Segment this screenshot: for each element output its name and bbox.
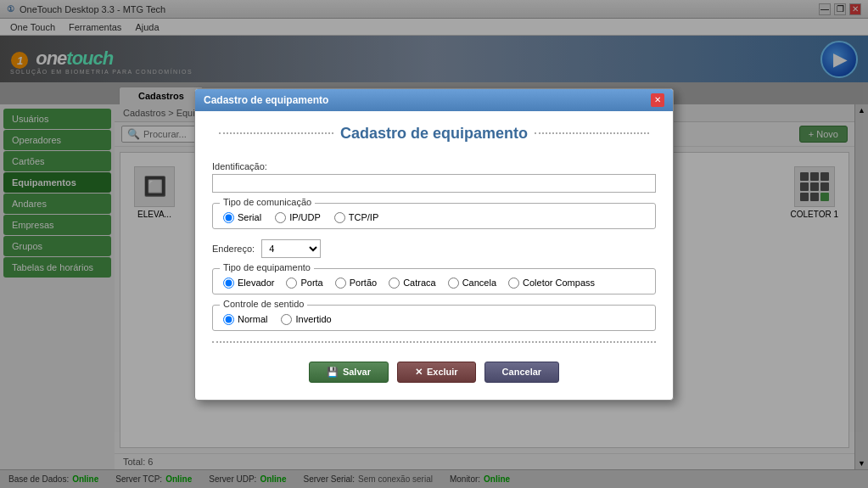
radio-elevador-input[interactable]	[223, 278, 234, 289]
radio-porta[interactable]: Porta	[286, 278, 322, 289]
radio-cancela[interactable]: Cancela	[448, 278, 496, 289]
save-label: Salvar	[343, 367, 371, 377]
comunicacao-legend: Tipo de comunicação	[220, 197, 315, 207]
radio-serial-input[interactable]	[223, 212, 234, 223]
tipo-equip-group: Tipo de equipamento Elevador Porta Portã…	[212, 268, 656, 294]
delete-button[interactable]: ✕ Excluir	[397, 362, 476, 383]
endereco-select[interactable]: 1234 5678	[261, 239, 321, 258]
radio-ipudp-input[interactable]	[275, 212, 286, 223]
radio-portao[interactable]: Portão	[335, 278, 377, 289]
modal-close-button[interactable]: ✕	[651, 93, 664, 107]
radio-catraca[interactable]: Catraca	[389, 278, 436, 289]
radio-invertido-label: Invertido	[295, 314, 331, 324]
radio-porta-input[interactable]	[286, 278, 297, 289]
radio-cancela-label: Cancela	[462, 278, 496, 288]
save-button[interactable]: 💾 Salvar	[309, 362, 389, 383]
radio-normal[interactable]: Normal	[223, 314, 267, 325]
modal-heading: Cadastro de equipamento	[340, 125, 528, 143]
cancel-button[interactable]: Cancelar	[484, 362, 559, 383]
tipo-equip-radio-group: Elevador Porta Portão Catraca	[223, 274, 645, 289]
radio-tcpip[interactable]: TCP/IP	[334, 212, 378, 223]
controle-sentido-legend: Controle de sentido	[220, 299, 307, 309]
radio-catraca-input[interactable]	[389, 278, 400, 289]
modal-title-dots-left	[219, 132, 333, 134]
modal-body: Cadastro de equipamento Identificação: T…	[195, 111, 673, 400]
controle-sentido-group: Controle de sentido Normal Invertido	[212, 305, 656, 331]
endereco-group: Endereço: 1234 5678	[212, 239, 656, 258]
modal-title-dots-right	[535, 132, 649, 134]
radio-serial[interactable]: Serial	[223, 212, 261, 223]
radio-serial-label: Serial	[238, 212, 261, 222]
delete-label: Excluir	[427, 367, 458, 377]
modal-overlay: Cadastro de equipamento ✕ Cadastro de eq…	[0, 0, 868, 488]
tipo-equip-legend: Tipo de equipamento	[220, 262, 314, 272]
save-icon: 💾	[327, 367, 339, 378]
radio-elevador-label: Elevador	[238, 278, 274, 288]
identificacao-input[interactable]	[212, 174, 656, 193]
endereco-label: Endereço:	[212, 244, 255, 254]
radio-invertido[interactable]: Invertido	[281, 314, 331, 325]
delete-icon: ✕	[415, 367, 423, 378]
cancel-label: Cancelar	[502, 367, 541, 377]
radio-coletor-input[interactable]	[508, 278, 519, 289]
comunicacao-group: Tipo de comunicação Serial IP/UDP TCP/IP	[212, 203, 656, 229]
controle-sentido-radio-group: Normal Invertido	[223, 311, 645, 325]
radio-portao-input[interactable]	[335, 278, 346, 289]
radio-elevador[interactable]: Elevador	[223, 278, 274, 289]
radio-ipudp-label: IP/UDP	[289, 212, 321, 222]
modal-titlebar: Cadastro de equipamento ✕	[195, 89, 673, 111]
radio-normal-input[interactable]	[223, 314, 234, 325]
identificacao-group: Identificação:	[212, 161, 656, 193]
cadastro-modal: Cadastro de equipamento ✕ Cadastro de eq…	[194, 88, 674, 401]
radio-portao-label: Portão	[350, 278, 377, 288]
radio-ipudp[interactable]: IP/UDP	[275, 212, 321, 223]
radio-catraca-label: Catraca	[403, 278, 436, 288]
radio-normal-label: Normal	[238, 314, 267, 324]
radio-coletor-label: Coletor Compass	[523, 278, 595, 288]
comunicacao-radio-group: Serial IP/UDP TCP/IP	[223, 209, 645, 223]
modal-footer-buttons: 💾 Salvar ✕ Excluir Cancelar	[212, 353, 656, 386]
radio-cancela-input[interactable]	[448, 278, 459, 289]
modal-header-section: Cadastro de equipamento	[212, 125, 656, 149]
modal-titlebar-text: Cadastro de equipamento	[204, 94, 328, 106]
radio-coletor[interactable]: Coletor Compass	[508, 278, 595, 289]
identificacao-label: Identificação:	[212, 161, 656, 171]
radio-invertido-input[interactable]	[281, 314, 292, 325]
radio-tcpip-label: TCP/IP	[349, 212, 378, 222]
radio-porta-label: Porta	[300, 278, 322, 288]
radio-tcpip-input[interactable]	[334, 212, 345, 223]
modal-footer-dots	[212, 341, 656, 343]
